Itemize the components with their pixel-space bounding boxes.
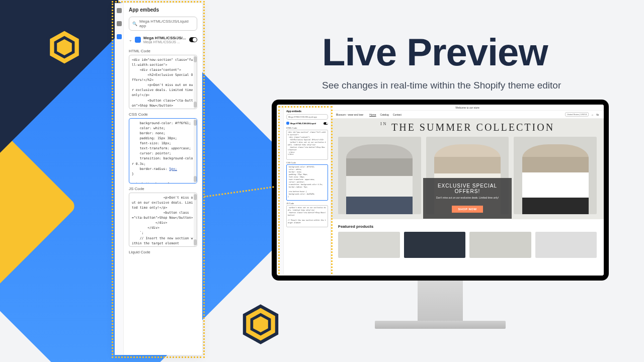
featured-title: Featured products bbox=[338, 224, 597, 229]
settings-icon[interactable] bbox=[117, 21, 122, 26]
embed-title: Mega HTML/CSS/JS/Liquid bbox=[290, 122, 323, 125]
js-code-textarea[interactable]: <p>Don't miss out on our exclusive deals… bbox=[286, 205, 328, 227]
embed-toggle[interactable] bbox=[324, 122, 328, 125]
chevron-down-icon[interactable]: ⌄ bbox=[129, 38, 132, 42]
app-icon bbox=[135, 37, 141, 43]
monitor-stand-base bbox=[375, 321, 506, 329]
offer-title: EXCLUSIVE SPECIAL OFFERS! bbox=[429, 183, 506, 194]
liquid-code-label: Liquid Code bbox=[129, 250, 197, 254]
search-text: Mega HTML/CSS/JS/Liquid app bbox=[139, 19, 194, 28]
offer-body: Don't miss out on our exclusive deals. L… bbox=[429, 196, 506, 199]
monitor-mockup: App embeds Mega HTML/CSS/JS/Liquid app M… bbox=[272, 100, 609, 329]
search-icon: 🔍 bbox=[132, 22, 137, 26]
storefront-preview: Welcome to our store Blossom - wear and … bbox=[331, 105, 604, 276]
product-card[interactable] bbox=[469, 232, 531, 258]
app-embed-item[interactable]: ⌄ Mega HTML/CSS/JS/... Mega HTML/CSS/JS … bbox=[129, 36, 197, 44]
mini-theme-editor: App embeds Mega HTML/CSS/JS/Liquid app M… bbox=[280, 108, 331, 275]
monitor-stand-neck bbox=[418, 281, 463, 321]
announcement-bar: Welcome to our store bbox=[331, 105, 604, 111]
featured-products: Featured products bbox=[331, 219, 604, 263]
embed-subtitle: Mega HTML/CSS/JS ... bbox=[143, 40, 187, 44]
css-code-textarea[interactable]: background-color: #ff6f61; color: white;… bbox=[286, 164, 328, 201]
locale-selector[interactable]: United States | USD $ bbox=[565, 112, 589, 117]
offer-overlay: EXCLUSIVE SPECIAL OFFERS! Don't miss out… bbox=[423, 178, 512, 219]
hero-image bbox=[338, 137, 421, 214]
embed-title: Mega HTML/CSS/JS/... bbox=[143, 36, 187, 40]
sections-icon[interactable] bbox=[117, 8, 122, 13]
css-code-label: CSS Code bbox=[286, 161, 328, 164]
app-search-input[interactable]: 🔍 Mega HTML/CSS/JS/Liquid app bbox=[129, 17, 197, 31]
hero-title: IN THE SUMMER COLLECTION bbox=[331, 122, 604, 133]
product-card[interactable] bbox=[535, 232, 597, 258]
embed-toggle[interactable] bbox=[189, 37, 197, 42]
scrollbar[interactable] bbox=[194, 55, 197, 109]
js-code-label: JS Code bbox=[286, 202, 328, 205]
nav-contact[interactable]: Contact bbox=[393, 113, 401, 116]
scrollbar[interactable] bbox=[194, 193, 197, 246]
hero-image bbox=[514, 137, 597, 214]
scrollbar[interactable] bbox=[194, 119, 197, 183]
monitor-screen: App embeds Mega HTML/CSS/JS/Liquid app M… bbox=[272, 100, 609, 281]
js-code-textarea[interactable]: <p>Don't miss out on our exclusive deals… bbox=[129, 193, 197, 247]
headline-title: Live Preview bbox=[322, 30, 561, 74]
app-embed-item[interactable]: Mega HTML/CSS/JS/Liquid bbox=[286, 122, 328, 125]
app-icon bbox=[286, 122, 289, 125]
nav-home[interactable]: Home bbox=[369, 113, 376, 116]
hero-section: IN THE SUMMER COLLECTION EXCLUSIVE SPECI… bbox=[331, 119, 604, 219]
css-code-textarea[interactable]: background-color: #ff6f61; color: white;… bbox=[129, 118, 197, 184]
product-card[interactable] bbox=[404, 232, 466, 258]
html-code-label: HTML Code bbox=[129, 49, 197, 53]
editor-icon-rail bbox=[280, 108, 284, 275]
shop-now-button[interactable]: SHOP NOW bbox=[452, 206, 482, 213]
js-code-label: JS Code bbox=[129, 187, 197, 191]
product-card[interactable] bbox=[338, 232, 400, 258]
app-embeds-icon[interactable] bbox=[117, 34, 122, 39]
css-code-label: CSS Code bbox=[129, 112, 197, 117]
hexagon-icon bbox=[44, 27, 85, 67]
panel-title: App embeds bbox=[286, 110, 328, 113]
editor-icon-rail bbox=[115, 3, 124, 355]
svg-marker-0 bbox=[48, 29, 80, 65]
panel-title: App embeds bbox=[129, 7, 197, 13]
cart-icon[interactable]: 🛍 bbox=[596, 113, 599, 116]
nav-catalog[interactable]: Catalog bbox=[380, 113, 389, 116]
headline: Live Preview See changes in real-time wi… bbox=[322, 30, 561, 91]
store-brand[interactable]: Blossom - wear and tear bbox=[336, 113, 363, 116]
html-code-textarea[interactable]: <div id="new-section" class="full-width-… bbox=[286, 130, 328, 160]
theme-editor-panel: App embeds 🔍 Mega HTML/CSS/JS/Liquid app… bbox=[115, 3, 202, 355]
html-code-textarea[interactable]: <div id="new-section" class="full-width-… bbox=[129, 55, 197, 109]
store-header: Blossom - wear and tear Home Catalog Con… bbox=[331, 111, 604, 119]
html-code-label: HTML Code bbox=[286, 127, 328, 129]
app-search-input[interactable]: Mega HTML/CSS/JS/Liquid app bbox=[286, 114, 328, 120]
headline-subtitle: See changes in real-time within the Shop… bbox=[322, 80, 561, 91]
search-icon[interactable]: ⌕ bbox=[592, 113, 593, 116]
